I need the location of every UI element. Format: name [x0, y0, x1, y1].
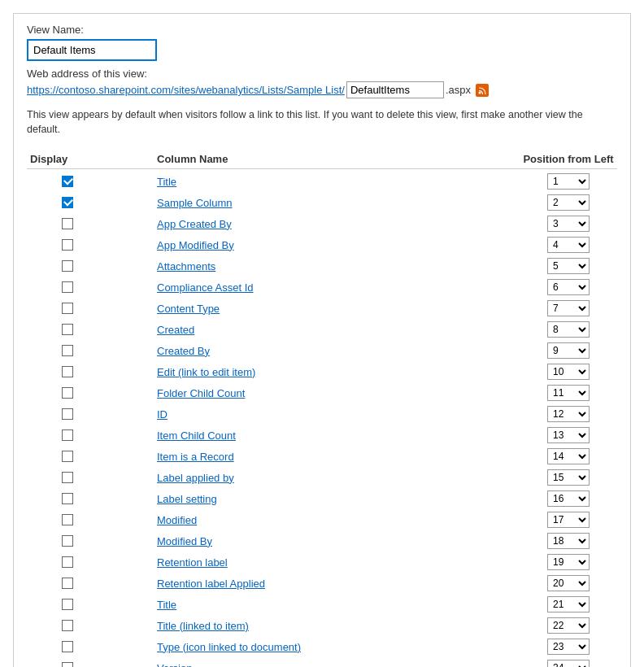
- column-name-link[interactable]: Edit (link to edit item): [108, 366, 520, 378]
- table-header: Display Column Name Position from Left: [27, 150, 617, 169]
- position-select[interactable]: 123456789101112131415161718192021222324: [547, 300, 590, 316]
- column-checkbox[interactable]: [62, 641, 73, 652]
- column-checkbox[interactable]: [62, 620, 73, 631]
- position-select[interactable]: 123456789101112131415161718192021222324: [547, 427, 590, 443]
- position-select[interactable]: 123456789101112131415161718192021222324: [547, 469, 590, 486]
- column-name-link[interactable]: Created By: [108, 345, 520, 357]
- column-checkbox[interactable]: [62, 260, 73, 272]
- column-checkbox[interactable]: [62, 578, 73, 589]
- column-checkbox[interactable]: [62, 662, 73, 667]
- position-select[interactable]: 123456789101112131415161718192021222324: [547, 194, 590, 211]
- column-name-link[interactable]: App Modified By: [108, 239, 520, 251]
- position-select[interactable]: 123456789101112131415161718192021222324: [547, 575, 590, 591]
- column-name-link[interactable]: App Created By: [108, 218, 520, 230]
- position-select[interactable]: 123456789101112131415161718192021222324: [547, 596, 590, 613]
- column-checkbox[interactable]: [62, 472, 73, 483]
- column-checkbox[interactable]: [62, 176, 73, 187]
- column-checkbox[interactable]: [62, 366, 73, 377]
- cell-position: 123456789101112131415161718192021222324: [520, 575, 617, 591]
- position-select[interactable]: 123456789101112131415161718192021222324: [547, 533, 590, 549]
- column-checkbox[interactable]: [62, 535, 73, 547]
- position-select[interactable]: 123456789101112131415161718192021222324: [547, 216, 590, 232]
- cell-position: 123456789101112131415161718192021222324: [520, 194, 617, 211]
- table-row: Title12345678910111213141516171819202122…: [27, 594, 617, 615]
- header-position: Position from Left: [520, 153, 617, 165]
- column-checkbox[interactable]: [62, 324, 73, 335]
- web-address-editable-input[interactable]: [346, 81, 444, 98]
- column-name-link[interactable]: Title: [108, 599, 520, 611]
- column-name-link[interactable]: Title (linked to item): [108, 620, 520, 632]
- position-select[interactable]: 123456789101112131415161718192021222324: [547, 660, 590, 667]
- position-select[interactable]: 123456789101112131415161718192021222324: [547, 342, 590, 359]
- column-checkbox[interactable]: [62, 514, 73, 525]
- column-checkbox[interactable]: [62, 345, 73, 356]
- position-select[interactable]: 123456789101112131415161718192021222324: [547, 258, 590, 274]
- column-name-link[interactable]: Title: [108, 176, 520, 188]
- column-name-link[interactable]: Compliance Asset Id: [108, 281, 520, 294]
- column-name-link[interactable]: Sample Column: [108, 197, 520, 209]
- position-select[interactable]: 123456789101112131415161718192021222324: [547, 406, 590, 422]
- position-select[interactable]: 123456789101112131415161718192021222324: [547, 237, 590, 253]
- column-name-link[interactable]: Retention label: [108, 556, 520, 569]
- column-name-link[interactable]: Type (icon linked to document): [108, 641, 520, 653]
- position-select[interactable]: 123456789101112131415161718192021222324: [547, 554, 590, 570]
- table-row: Item Child Count123456789101112131415161…: [27, 425, 617, 446]
- column-name-link[interactable]: Item Child Count: [108, 429, 520, 442]
- table-row: Type (icon linked to document)1234567891…: [27, 636, 617, 657]
- column-name-link[interactable]: Version: [108, 662, 520, 668]
- main-container: View Name: Web address of this view: htt…: [13, 13, 631, 667]
- position-select[interactable]: 123456789101112131415161718192021222324: [547, 364, 590, 380]
- column-name-link[interactable]: Item is a Record: [108, 451, 520, 463]
- position-select[interactable]: 123456789101112131415161718192021222324: [547, 617, 590, 634]
- cell-position: 123456789101112131415161718192021222324: [520, 533, 617, 549]
- view-name-input[interactable]: [27, 39, 157, 61]
- column-name-link[interactable]: Modified: [108, 514, 520, 526]
- position-select[interactable]: 123456789101112131415161718192021222324: [547, 448, 590, 464]
- position-select[interactable]: 123456789101112131415161718192021222324: [547, 639, 590, 655]
- table-row: Retention label Applied12345678910111213…: [27, 573, 617, 594]
- column-checkbox[interactable]: [62, 599, 73, 610]
- column-checkbox[interactable]: [62, 556, 73, 568]
- column-name-link[interactable]: ID: [108, 408, 520, 421]
- cell-position: 123456789101112131415161718192021222324: [520, 364, 617, 380]
- position-select[interactable]: 123456789101112131415161718192021222324: [547, 385, 590, 401]
- column-checkbox[interactable]: [62, 387, 73, 399]
- column-checkbox[interactable]: [62, 493, 73, 504]
- cell-display: [27, 514, 108, 525]
- position-select[interactable]: 123456789101112131415161718192021222324: [547, 321, 590, 338]
- column-checkbox[interactable]: [62, 197, 73, 208]
- cell-display: [27, 493, 108, 504]
- position-select[interactable]: 123456789101112131415161718192021222324: [547, 490, 590, 507]
- column-name-link[interactable]: Retention label Applied: [108, 578, 520, 590]
- cell-display: [27, 366, 108, 377]
- column-checkbox[interactable]: [62, 408, 73, 420]
- table-row: Sample Column123456789101112131415161718…: [27, 192, 617, 213]
- position-select[interactable]: 123456789101112131415161718192021222324: [547, 173, 590, 190]
- column-checkbox[interactable]: [62, 303, 73, 314]
- column-name-link[interactable]: Attachments: [108, 260, 520, 272]
- column-checkbox[interactable]: [62, 239, 73, 251]
- column-name-link[interactable]: Label setting: [108, 493, 520, 505]
- column-checkbox[interactable]: [62, 281, 73, 293]
- column-checkbox[interactable]: [62, 429, 73, 441]
- column-checkbox[interactable]: [62, 218, 73, 229]
- position-select[interactable]: 123456789101112131415161718192021222324: [547, 279, 590, 295]
- column-name-link[interactable]: Created: [108, 324, 520, 336]
- position-select[interactable]: 123456789101112131415161718192021222324: [547, 512, 590, 528]
- column-name-link[interactable]: Modified By: [108, 535, 520, 547]
- cell-position: 123456789101112131415161718192021222324: [520, 639, 617, 655]
- cell-display: [27, 599, 108, 610]
- rss-icon[interactable]: [476, 84, 489, 97]
- cell-display: [27, 260, 108, 272]
- column-checkbox[interactable]: [62, 451, 73, 462]
- web-address-label: Web address of this view:: [27, 68, 617, 80]
- column-name-link[interactable]: Folder Child Count: [108, 387, 520, 399]
- cell-display: [27, 641, 108, 652]
- column-name-link[interactable]: Content Type: [108, 303, 520, 315]
- table-row: Attachments12345678910111213141516171819…: [27, 255, 617, 277]
- cell-position: 123456789101112131415161718192021222324: [520, 617, 617, 634]
- table-row: Created By123456789101112131415161718192…: [27, 340, 617, 361]
- table-row: Item is a Record123456789101112131415161…: [27, 446, 617, 467]
- cell-position: 123456789101112131415161718192021222324: [520, 173, 617, 190]
- column-name-link[interactable]: Label applied by: [108, 472, 520, 484]
